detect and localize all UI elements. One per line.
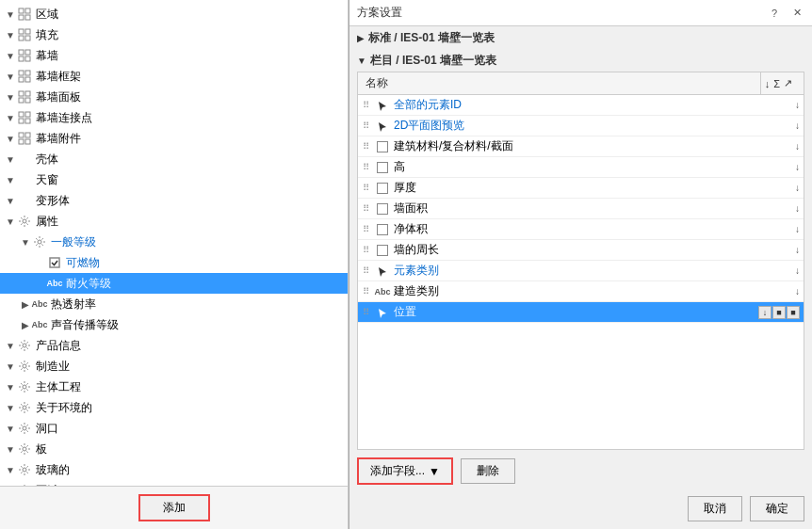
svg-rect-25: [25, 133, 30, 137]
svg-rect-14: [19, 77, 24, 82]
svg-rect-3: [25, 15, 30, 20]
item-label-combustible: 可燃物: [64, 255, 100, 271]
tree-item-shell[interactable]: ▼壳体: [0, 149, 348, 169]
tree-item-curtainwall[interactable]: ▼幕墙: [0, 45, 348, 66]
tree-item-curtainwall_conn[interactable]: ▼幕墙连接点: [0, 107, 348, 128]
table-row-thickness[interactable]: ⠿厚度↓: [358, 178, 804, 199]
tree-item-board[interactable]: ▼板: [0, 439, 348, 459]
item-label-sound: 声音传播等级: [49, 317, 119, 333]
tree-item-glass[interactable]: ▼玻璃的: [0, 459, 348, 480]
row-label-2d_plan: 2D平面图预览: [392, 118, 795, 134]
expand-icon-product_info: ▼: [4, 339, 17, 352]
item-label-environment: 关于环境的: [34, 400, 92, 416]
table-scroll[interactable]: ⠿全部的元素ID↓⠿2D平面图预览↓⠿建筑材料/复合材料/截面↓⠿高↓⠿厚度↓⠿…: [358, 95, 804, 449]
svg-point-37: [23, 468, 26, 472]
tree-item-manufacturing[interactable]: ▼制造业: [0, 356, 348, 377]
dialog-footer2: 取消 确定: [349, 492, 812, 529]
expand-icon-curtainwall_parts: ▼: [4, 132, 17, 145]
tree-item-curtainwall_panel[interactable]: ▼幕墙面板: [0, 87, 348, 107]
table-row-all_elements[interactable]: ⠿全部的元素ID↓: [358, 95, 804, 116]
tree-item-general[interactable]: ▼一般等级: [0, 232, 348, 252]
svg-rect-12: [19, 71, 24, 75]
tree-item-environment[interactable]: ▼关于环境的: [0, 397, 348, 418]
table-row-element_type[interactable]: ⠿元素类别↓: [358, 261, 804, 281]
item-label-deformable: 变形体: [34, 193, 70, 209]
row-icon-element_type: [373, 265, 392, 277]
tree-item-fire_resistance[interactable]: Abc耐火等级: [0, 273, 348, 294]
tree-item-curtainwall_parts[interactable]: ▼幕墙附件: [0, 128, 348, 149]
table-row-position[interactable]: ⠿位置↓■■: [358, 302, 804, 323]
tree-item-thermal[interactable]: ▶Abc热透射率: [0, 294, 348, 314]
table-row-2d_plan[interactable]: ⠿2D平面图预览↓: [358, 116, 804, 136]
item-icon-thermal: Abc: [32, 297, 47, 312]
expand-icon-properties: ▼: [4, 215, 17, 228]
tree-area: ▼区域▼填充▼幕墙▼幕墙框架▼幕墙面板▼幕墙连接点▼幕墙附件▼壳体▼天窗▼变形体…: [0, 0, 348, 486]
table-row-building_type[interactable]: ⠿Abc建造类别↓: [358, 281, 804, 302]
expand-icon-deformable: ▼: [4, 194, 17, 207]
table-row-net_volume[interactable]: ⠿净体积↓: [358, 219, 804, 240]
tree-item-properties[interactable]: ▼属性: [0, 211, 348, 232]
tree-item-main_project[interactable]: ▼主体工程: [0, 377, 348, 397]
drag-handle-wall_perimeter: ⠿: [358, 245, 373, 255]
item-label-glass: 玻璃的: [34, 462, 70, 478]
col-header-name: 名称: [358, 72, 761, 94]
add-button[interactable]: 添加: [138, 494, 210, 521]
svg-rect-20: [19, 112, 24, 117]
row-label-building_material: 建筑材料/复合材料/截面: [392, 138, 795, 154]
drag-handle-thickness: ⠿: [358, 183, 373, 193]
row-icon-2d_plan: [373, 120, 392, 132]
table-row-wall_area[interactable]: ⠿墙面积↓: [358, 199, 804, 219]
help-icon[interactable]: ?: [767, 6, 782, 21]
table-row-height[interactable]: ⠿高↓: [358, 157, 804, 178]
col-header-icons: ↓ Σ ↗: [761, 77, 796, 89]
item-icon-manufacturing: [17, 359, 32, 374]
item-label-product_info: 产品信息: [34, 338, 81, 354]
row-icon-wall_area: [373, 203, 392, 215]
expand-icon-board: ▼: [4, 442, 17, 456]
item-icon-skylight: [17, 172, 32, 187]
cancel-button[interactable]: 取消: [688, 496, 742, 521]
item-label-curtainwall: 幕墙: [34, 48, 58, 64]
sort-buttons-position: ↓■■: [758, 306, 804, 319]
delete-button[interactable]: 删除: [461, 458, 515, 484]
item-label-properties: 属性: [34, 214, 58, 230]
drag-handle-wall_area: ⠿: [358, 203, 373, 214]
dropdown-arrow-icon: ▼: [429, 465, 440, 478]
tree-item-region[interactable]: ▼区域: [0, 4, 348, 24]
drag-handle-height: ⠿: [358, 162, 373, 172]
svg-rect-11: [25, 56, 30, 61]
svg-rect-22: [19, 119, 24, 123]
item-icon-shell: [17, 152, 32, 167]
tree-item-product_info[interactable]: ▼产品信息: [0, 335, 348, 356]
svg-rect-23: [25, 119, 30, 123]
sort-btn[interactable]: ■: [772, 306, 786, 319]
tree-item-deformable[interactable]: ▼变形体: [0, 190, 348, 211]
expand-icon-glass: ▼: [4, 463, 17, 476]
item-icon-environment: [17, 400, 32, 415]
item-icon-curtainwall_conn: [17, 110, 32, 125]
add-field-button[interactable]: 添加字段... ▼: [357, 457, 453, 485]
item-icon-properties: [17, 214, 32, 229]
item-label-region: 区域: [34, 7, 58, 23]
ok-button[interactable]: 确定: [750, 496, 804, 521]
tree-item-combustible[interactable]: 可燃物: [0, 252, 348, 273]
expand-icon-environment: ▼: [4, 401, 17, 414]
sort-btn[interactable]: ↓: [758, 306, 771, 319]
tree-item-opening[interactable]: ▼洞口: [0, 418, 348, 439]
table-row-wall_perimeter[interactable]: ⠿墙的周长↓: [358, 240, 804, 261]
item-icon-curtainwall_panel: [17, 89, 32, 104]
item-label-shell: 壳体: [34, 152, 58, 168]
svg-rect-8: [19, 50, 24, 55]
tree-item-sound[interactable]: ▶Abc声音传播等级: [0, 314, 348, 335]
close-icon[interactable]: ✕: [789, 6, 804, 21]
sort-btn[interactable]: ■: [787, 306, 800, 319]
expand-icon-skylight: ▼: [4, 173, 17, 186]
tree-item-skylight[interactable]: ▼天窗: [0, 169, 348, 190]
table-row-building_material[interactable]: ⠿建筑材料/复合材料/截面↓: [358, 136, 804, 157]
item-icon-board: [17, 441, 32, 457]
row-icon-building_type: Abc: [373, 287, 392, 297]
tree-item-curtainwall_frame[interactable]: ▼幕墙框架: [0, 66, 348, 87]
row-icon-net_volume: [373, 224, 392, 235]
tree-item-fill[interactable]: ▼填充: [0, 24, 348, 45]
svg-rect-6: [19, 36, 24, 40]
